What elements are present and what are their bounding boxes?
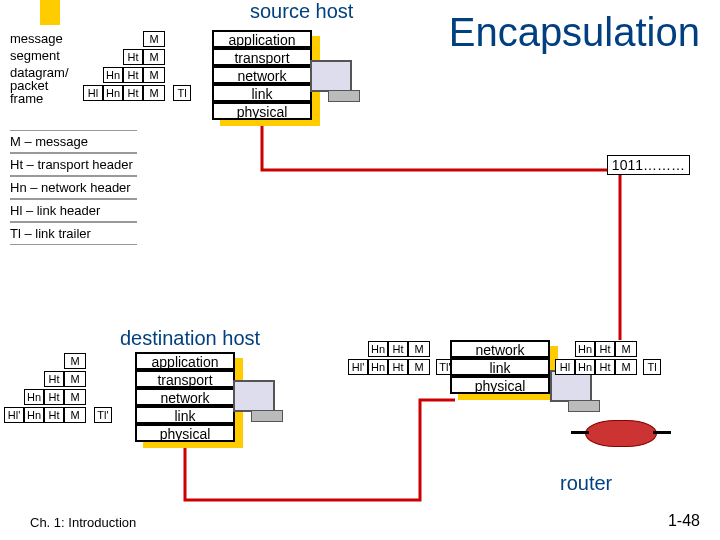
legend-Hl: Hl – link header — [10, 199, 137, 222]
layer-stack-router: network link physical — [450, 340, 550, 394]
layer-physical: physical — [212, 102, 312, 120]
cell-Hn: Hn — [368, 359, 388, 375]
router-icon — [585, 420, 657, 447]
cell-M: M — [143, 49, 165, 65]
layer-physical: physical — [450, 376, 550, 394]
cell-Hn: Hn — [103, 67, 123, 83]
label-message: message — [10, 30, 69, 47]
encapsulation-table-router-in: Hn Ht M Hl' Hn Ht M Tl' — [348, 340, 454, 376]
encapsulation-table-destination: M Ht M Hn Ht M Hl' Hn Ht M Tl' — [4, 352, 112, 424]
cell-M: M — [615, 359, 637, 375]
encapsulation-table-source: M Ht M Hn Ht M Hl Hn Ht M Tl — [83, 30, 191, 102]
router-title: router — [560, 472, 612, 495]
page-title: Encapsulation — [449, 10, 700, 55]
layer-network: network — [212, 66, 312, 84]
layer-application: application — [212, 30, 312, 48]
cell-M: M — [64, 371, 86, 387]
page-accent-mark — [40, 0, 60, 25]
layer-transport: transport — [212, 48, 312, 66]
cell-Hl2: Hl' — [348, 359, 368, 375]
computer-icon — [233, 380, 283, 425]
layer-link: link — [212, 84, 312, 102]
cell-Ht: Ht — [595, 341, 615, 357]
label-frame: frame — [10, 90, 69, 107]
computer-icon — [550, 370, 600, 415]
layer-application: application — [135, 352, 235, 370]
layer-link: link — [450, 358, 550, 376]
cell-M: M — [64, 353, 86, 369]
cell-M: M — [143, 31, 165, 47]
cell-Hn: Hn — [24, 407, 44, 423]
cell-Hn: Hn — [368, 341, 388, 357]
cell-Ht: Ht — [123, 49, 143, 65]
cell-Tl: Tl — [173, 85, 191, 101]
cell-M: M — [64, 407, 86, 423]
cell-Hl: Hl — [83, 85, 103, 101]
cell-Ht: Ht — [44, 389, 64, 405]
cell-Hn: Hn — [24, 389, 44, 405]
pdu-labels-source: message segment datagram/ packet frame — [10, 30, 69, 107]
label-segment: segment — [10, 47, 69, 64]
legend-Hn: Hn – network header — [10, 176, 137, 199]
cell-M: M — [64, 389, 86, 405]
cell-M: M — [408, 359, 430, 375]
cell-Ht: Ht — [44, 407, 64, 423]
bits-label: 1011……… — [607, 155, 690, 175]
layer-link: link — [135, 406, 235, 424]
cell-Ht: Ht — [123, 85, 143, 101]
cell-Hn: Hn — [575, 341, 595, 357]
layer-network: network — [135, 388, 235, 406]
cell-M: M — [408, 341, 430, 357]
legend-Ht: Ht – transport header — [10, 153, 137, 176]
cell-Ht: Ht — [388, 341, 408, 357]
computer-icon — [310, 60, 360, 105]
cell-Ht: Ht — [44, 371, 64, 387]
footer-chapter: Ch. 1: Introduction — [30, 515, 136, 530]
legend-Tl: Tl – link trailer — [10, 222, 137, 245]
cell-Ht: Ht — [388, 359, 408, 375]
cell-Tl2: Tl' — [94, 407, 112, 423]
footer-slide-number: 1-48 — [668, 512, 700, 530]
cell-Hn: Hn — [575, 359, 595, 375]
legend-M: M – message — [10, 130, 137, 153]
legend: M – message Ht – transport header Hn – n… — [10, 130, 137, 245]
layer-transport: transport — [135, 370, 235, 388]
cell-Hl2: Hl' — [4, 407, 24, 423]
source-host-title: source host — [250, 0, 353, 23]
cell-Hl: Hl — [555, 359, 575, 375]
layer-physical: physical — [135, 424, 235, 442]
layer-network: network — [450, 340, 550, 358]
encapsulation-table-router-out: Hn Ht M Hl Hn Ht M Tl — [555, 340, 661, 376]
cell-M: M — [143, 85, 165, 101]
cell-Tl: Tl — [643, 359, 661, 375]
cell-Hn: Hn — [103, 85, 123, 101]
destination-host-title: destination host — [120, 327, 260, 350]
layer-stack-destination: application transport network link physi… — [135, 352, 235, 442]
layer-stack-source: application transport network link physi… — [212, 30, 312, 120]
cell-M: M — [143, 67, 165, 83]
cell-M: M — [615, 341, 637, 357]
cell-Ht: Ht — [595, 359, 615, 375]
cell-Ht: Ht — [123, 67, 143, 83]
